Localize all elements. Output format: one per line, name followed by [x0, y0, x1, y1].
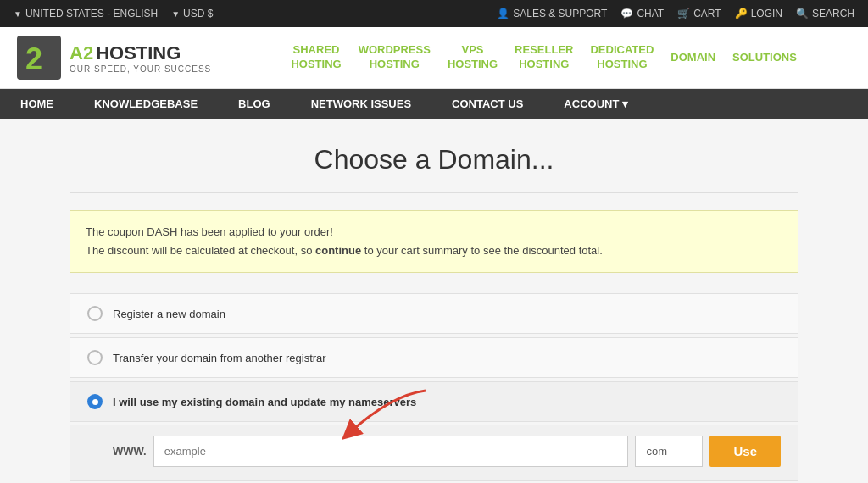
- divider: [70, 192, 798, 193]
- top-bar-right: 👤 SALES & SUPPORT 💬 CHAT 🛒 CART 🔑 LOGIN …: [497, 8, 854, 19]
- www-label: WWW.: [113, 445, 147, 458]
- chat-icon: 💬: [620, 8, 633, 19]
- coupon-line2-post: to your cart summary to see the discount…: [361, 244, 603, 257]
- sales-support-link[interactable]: 👤 SALES & SUPPORT: [497, 8, 607, 19]
- region-label: UNITED STATES - ENGLISH: [25, 8, 158, 19]
- nav-solutions[interactable]: SOLUTIONS: [732, 51, 797, 65]
- region-dropdown-arrow: ▼: [14, 9, 22, 19]
- top-bar: ▼ UNITED STATES - ENGLISH ▼ USD $ 👤 SALE…: [0, 0, 868, 27]
- coupon-line2-pre: The discount will be calculated at check…: [86, 244, 315, 257]
- coupon-line1: The coupon DASH has been applied to your…: [86, 223, 782, 242]
- coupon-continue: continue: [315, 244, 361, 257]
- region-selector[interactable]: ▼ UNITED STATES - ENGLISH: [14, 8, 158, 19]
- sec-nav-blog[interactable]: BLOG: [218, 89, 291, 119]
- tagline: OUR SPEED, YOUR SUCCESS: [70, 64, 211, 74]
- logo-bar: 2 A2HOSTING OUR SPEED, YOUR SUCCESS SHAR…: [0, 27, 868, 89]
- search-link[interactable]: 🔍 SEARCH: [796, 8, 854, 19]
- radio-register[interactable]: [87, 306, 103, 321]
- nav-reseller-hosting[interactable]: RESELLERHOSTING: [515, 43, 573, 72]
- person-icon: 👤: [497, 8, 509, 19]
- brand-hosting: HOSTING: [96, 42, 181, 64]
- currency-label: USD $: [183, 8, 213, 19]
- coupon-notice: The coupon DASH has been applied to your…: [70, 210, 798, 273]
- main-nav: SHAREDHOSTING WORDPRESSHOSTING VPSHOSTIN…: [236, 43, 851, 72]
- domain-tld-input[interactable]: [635, 436, 703, 467]
- nav-domain[interactable]: DOMAIN: [670, 51, 715, 65]
- login-link[interactable]: 🔑 LOGIN: [735, 8, 782, 19]
- logo-text: A2HOSTING OUR SPEED, YOUR SUCCESS: [70, 42, 211, 74]
- logo-icon: 2: [17, 36, 61, 80]
- coupon-line2: The discount will be calculated at check…: [86, 242, 782, 260]
- domain-input-row: WWW. Use: [70, 425, 798, 481]
- main-content: Choose a Domain... The coupon DASH has b…: [53, 144, 815, 483]
- currency-selector[interactable]: ▼ USD $: [171, 8, 213, 19]
- sec-nav-network-issues[interactable]: NETWORK ISSUES: [291, 89, 431, 119]
- domain-option-existing-label: I will use my existing domain and update…: [113, 396, 416, 408]
- domain-name-input[interactable]: [153, 436, 629, 467]
- login-icon: 🔑: [735, 8, 748, 19]
- sec-nav-knowledgebase[interactable]: KNOWLEDGEBASE: [74, 89, 218, 119]
- domain-option-existing[interactable]: I will use my existing domain and update…: [70, 381, 798, 422]
- radio-existing[interactable]: [87, 394, 103, 409]
- domain-option-transfer[interactable]: Transfer your domain from another regist…: [70, 337, 798, 378]
- secondary-nav: HOME KNOWLEDGEBASE BLOG NETWORK ISSUES C…: [0, 89, 868, 119]
- nav-dedicated-hosting[interactable]: DEDICATEDHOSTING: [590, 43, 654, 72]
- cart-link[interactable]: 🛒 CART: [677, 8, 721, 19]
- use-domain-button[interactable]: Use: [709, 436, 781, 467]
- domain-option-register[interactable]: Register a new domain: [70, 293, 798, 334]
- logo-area[interactable]: 2 A2HOSTING OUR SPEED, YOUR SUCCESS: [17, 36, 211, 80]
- domain-option-register-label: Register a new domain: [113, 308, 225, 320]
- sec-nav-contact-us[interactable]: CONTACT US: [431, 89, 543, 119]
- svg-text:2: 2: [25, 42, 42, 76]
- sec-nav-account[interactable]: ACCOUNT ▾: [543, 89, 648, 119]
- page-title: Choose a Domain...: [70, 144, 798, 175]
- search-icon: 🔍: [796, 8, 809, 19]
- radio-transfer[interactable]: [87, 350, 103, 365]
- domain-option-transfer-label: Transfer your domain from another regist…: [113, 352, 326, 364]
- nav-shared-hosting[interactable]: SHAREDHOSTING: [291, 43, 341, 72]
- domain-input-section: WWW. Use: [70, 425, 798, 481]
- nav-wordpress-hosting[interactable]: WORDPRESSHOSTING: [359, 43, 431, 72]
- sec-nav-home[interactable]: HOME: [0, 89, 74, 119]
- nav-vps-hosting[interactable]: VPSHOSTING: [448, 43, 498, 72]
- cart-icon: 🛒: [677, 8, 690, 19]
- brand-a2: A2: [70, 42, 93, 64]
- top-bar-left: ▼ UNITED STATES - ENGLISH ▼ USD $: [14, 8, 213, 19]
- currency-dropdown-arrow: ▼: [171, 9, 180, 19]
- chat-link[interactable]: 💬 CHAT: [620, 8, 664, 19]
